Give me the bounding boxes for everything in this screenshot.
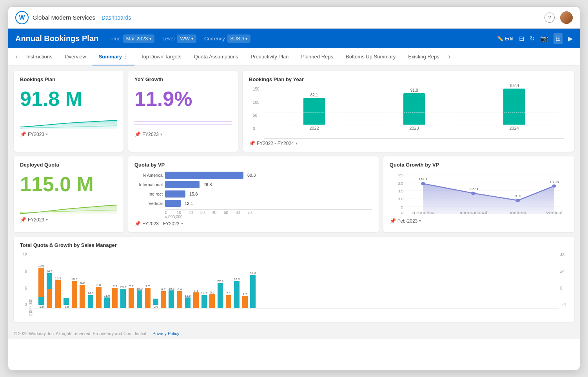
filter-pin-icon2: 📌 [134, 131, 141, 137]
filter-pin-icon4: 📌 [20, 217, 26, 223]
refresh-icon[interactable]: ↻ [530, 35, 535, 42]
privacy-policy-link[interactable]: Privacy Policy [152, 331, 179, 336]
bar-group-11b: 19.3 [169, 287, 175, 308]
time-label: Time [109, 36, 120, 42]
filter-chevron-icon3: ▾ [296, 141, 298, 145]
quota-by-vp-title: Quota by VP [134, 162, 372, 168]
yoy-growth-card: YoY Growth 11.9% [128, 71, 238, 152]
bar-group-8: 7.8 [112, 285, 118, 308]
level-filter: Level WW ▾ [162, 34, 196, 43]
y-right-axis: 48 24 0 -24 [559, 250, 568, 316]
deployed-quota-chart [20, 199, 117, 214]
x-axis: 0 10 20 30 40 50 60 70 [165, 209, 372, 215]
bar-row-namerica: N America 60.3 [134, 172, 372, 179]
bar-group-6b: 14.2 [87, 292, 94, 308]
bar-group-7: 8.0 [96, 283, 102, 308]
svg-text:0: 0 [401, 211, 403, 215]
filter-chevron-icon6: ▾ [419, 219, 421, 223]
bar-group-10b: -2.6 [153, 299, 158, 308]
currency-filter: Currency $USD ▾ [204, 34, 250, 43]
level-label: Level [162, 36, 174, 42]
tab-summary[interactable]: Summary ⋮ [93, 48, 134, 65]
deployed-quota-card: Deployed Quota 115.0 M [14, 156, 123, 232]
quota-growth-filter[interactable]: 📌 Feb-2023 ▾ [390, 218, 568, 224]
bookings-by-year-filter[interactable]: 📌 FY2022 - FY2024 ▾ [249, 140, 568, 146]
time-chevron-icon: ▾ [149, 36, 151, 41]
svg-text:17.6: 17.6 [549, 179, 559, 183]
currency-value[interactable]: $USD ▾ [227, 34, 251, 43]
tab-productivity[interactable]: Productivity Plan [244, 48, 295, 65]
top-nav: W Global Modern Services Dashboards ? [8, 7, 580, 29]
deployed-quota-title: Deployed Quota [20, 162, 117, 168]
x-axis-unit: #,000,000 [165, 215, 372, 219]
bookings-by-year-chart: 150 100 50 0 82.1 [249, 84, 568, 139]
time-value[interactable]: Mar-2023 ▾ [123, 34, 155, 43]
avatar[interactable] [560, 11, 573, 24]
svg-point-11 [421, 182, 425, 185]
bookings-plan-filter[interactable]: 📌 FY2023 ▾ [20, 131, 117, 137]
time-filter: Time Mar-2023 ▾ [109, 34, 154, 43]
svg-text:19.1: 19.1 [418, 177, 428, 181]
bar-group-6: 8.9 [80, 281, 85, 308]
bar-group-13b: 14.2 [201, 292, 207, 308]
filter-pin-icon5: 📌 [134, 221, 141, 227]
quota-by-vp-card: Quota by VP N America 60.3 International… [128, 156, 379, 232]
help-icon[interactable]: ? [544, 13, 555, 23]
grid-icon[interactable]: ⊞ [554, 33, 563, 44]
camera-icon[interactable]: 📷 [540, 35, 548, 42]
total-quota-card: Total Quota & Growth by Sales Manager 12… [14, 237, 574, 322]
bar-group-15: 5.1 [226, 292, 231, 308]
total-quota-bars: 10.9 -5.8 16.2 10.5 [34, 250, 559, 316]
tab-existing-reps[interactable]: Existing Reps [402, 48, 445, 65]
bar-group-13: 6.1 [193, 289, 199, 308]
dashboard-content: Bookings Plan 91.8 M [8, 65, 580, 328]
yoy-growth-filter[interactable]: 📌 FY2023 ▾ [134, 131, 232, 137]
svg-text:20: 20 [398, 181, 403, 185]
tab-top-down[interactable]: Top Down Targets [134, 48, 188, 65]
filter-icon[interactable]: ⊟ [519, 35, 524, 42]
tab-bottoms-up[interactable]: Bottoms Up Summary [339, 48, 402, 65]
tab-quota-assumptions[interactable]: Quota Assumptions [188, 48, 245, 65]
bar-group-9: 7.7 [129, 285, 134, 308]
bar-group-3: 10.5 [55, 277, 61, 308]
tab-next-arrow[interactable]: › [446, 53, 453, 61]
currency-label: Currency [204, 36, 225, 42]
tab-menu-icon[interactable]: ⋮ [123, 54, 128, 59]
level-chevron-icon: ▾ [191, 36, 193, 41]
currency-chevron-icon: ▾ [245, 36, 247, 41]
copyright-text: © 2022 Workday, Inc. All rights reserved… [14, 331, 146, 336]
bookings-plan-value: 91.8 M [20, 84, 117, 113]
edit-button[interactable]: ✏️ Edit [497, 36, 514, 42]
bar-group-1: 10.9 -5.8 [38, 264, 44, 308]
tab-instructions[interactable]: Instructions [20, 48, 58, 65]
svg-text:12.9: 12.9 [468, 187, 478, 191]
bookings-plan-chart [20, 113, 117, 129]
nav-right: ? [544, 11, 573, 24]
svg-point-13 [515, 199, 520, 202]
dashboards-link[interactable]: Dashboards [102, 14, 131, 21]
quota-by-vp-filter[interactable]: 📌 FY2023 - FY2023 ▾ [134, 221, 372, 227]
yoy-growth-title: YoY Growth [134, 76, 232, 82]
quota-growth-card: Quota Growth by VP [383, 156, 574, 232]
tab-prev-arrow[interactable]: ‹ [13, 53, 20, 61]
level-value[interactable]: WW ▾ [177, 34, 196, 43]
film-icon[interactable]: ▶ [568, 35, 573, 42]
bookings-by-year-card: Bookings Plan by Year 150 100 50 0 [243, 71, 574, 152]
y-axis-labels: 150 100 50 0 [253, 85, 264, 139]
quota-growth-chart: 25 20 15 10 5 0 [390, 169, 568, 216]
svg-text:10: 10 [398, 197, 403, 201]
header-actions: ✏️ Edit ⊟ ↻ 📷 ⊞ ▶ [497, 33, 573, 44]
deployed-quota-filter[interactable]: 📌 FY2023 ▾ [20, 217, 117, 223]
bar-group-12: 6.4 [177, 288, 182, 308]
tab-overview[interactable]: Overview [58, 48, 92, 65]
bar-group-16b: 34.8 [250, 272, 256, 308]
deployed-quota-value: 115.0 M [20, 169, 117, 199]
tab-planned-reps[interactable]: Planned Reps [295, 48, 339, 65]
filter-pin-icon: 📌 [20, 131, 26, 137]
yoy-growth-chart [134, 113, 232, 129]
filter-pin-icon3: 📌 [249, 140, 255, 146]
row-2: Deployed Quota 115.0 M [14, 156, 574, 232]
bar-groups: 82.1 2022 91.8 2023 102.4 2024 [264, 85, 564, 139]
bar-group-10: 7.7 [145, 285, 151, 308]
workday-logo: W [15, 11, 29, 24]
